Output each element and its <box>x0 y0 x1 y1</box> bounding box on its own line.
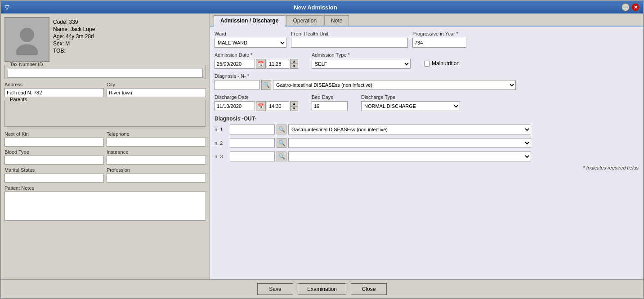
discharge-date-input[interactable] <box>215 101 255 111</box>
discharge-type-label: Discharge Type <box>361 94 460 100</box>
tab-operation[interactable]: Operation <box>286 15 323 26</box>
tab-note[interactable]: Note <box>324 15 349 26</box>
avatar-icon <box>11 24 43 55</box>
discharge-type-select[interactable]: NORMAL DISCHARGE <box>361 101 460 111</box>
main-content: Code: 339 Name: Jack Lupe Age: 44y 3m 28… <box>1 13 643 279</box>
admission-type-select[interactable]: SELF <box>312 59 411 69</box>
bed-days-input[interactable] <box>312 101 348 111</box>
bed-days-label: Bed Days <box>312 94 348 100</box>
patient-notes-label: Patient Notes <box>4 185 206 191</box>
discharge-time-input[interactable] <box>267 101 289 111</box>
patient-code: Code: 339 <box>53 19 95 25</box>
tax-id-group: Tax Number ID <box>4 65 206 79</box>
health-unit-input[interactable] <box>291 38 408 48</box>
diagnosis-in-label: Diagnosis -IN- * <box>215 73 639 79</box>
admission-time-spinner: ▲ ▼ <box>290 59 298 69</box>
profession-col: Profession <box>107 167 206 183</box>
expand-icon[interactable]: ▽ <box>4 4 9 11</box>
discharge-type-group: Discharge Type NORMAL DISCHARGE <box>361 94 460 111</box>
next-of-kin-input[interactable] <box>4 138 104 147</box>
admission-date-label: Admission Date * <box>215 52 298 58</box>
diag-out-2-num: n. 2 <box>215 140 228 146</box>
health-unit-label: From Health Unit <box>291 31 408 36</box>
insurance-input[interactable] <box>107 156 206 165</box>
profession-input[interactable] <box>107 174 206 183</box>
marital-profession-row: Marital Status Profession <box>4 167 206 183</box>
parents-group: Parents <box>4 100 206 127</box>
marital-status-col: Marital Status <box>4 167 104 183</box>
time-down-btn[interactable]: ▼ <box>290 64 298 69</box>
progressive-input[interactable] <box>412 38 466 48</box>
diag-out-1-select[interactable]: Gastro-intestinal DISEASEss (non infecti… <box>288 125 531 134</box>
diagnosis-in-group: Diagnosis -IN- * 🔍 Gastro-intestinal DIS… <box>215 73 639 90</box>
diag-out-3-search[interactable]: 🔍 <box>277 152 286 161</box>
patient-age: Age: 44y 3m 28d <box>53 33 95 40</box>
diagnosis-in-row: 🔍 Gastro-intestinal DISEASEss (non infec… <box>215 80 639 90</box>
progressive-label: Progressive in Year * <box>412 31 466 36</box>
blood-type-label: Blood Type <box>4 149 104 155</box>
insurance-label: Insurance <box>107 149 206 155</box>
tax-id-input[interactable] <box>8 69 203 78</box>
diag-out-2-select[interactable] <box>288 138 531 148</box>
patient-info-row: Code: 339 Name: Jack Lupe Age: 44y 3m 28… <box>4 17 206 62</box>
patient-notes-textarea[interactable] <box>4 192 206 221</box>
blood-type-input[interactable] <box>4 156 104 165</box>
tax-id-label: Tax Number ID <box>9 62 44 67</box>
admission-date-calendar[interactable]: 📅 <box>256 59 266 69</box>
blood-type-col: Blood Type <box>4 149 104 165</box>
tab-admission-discharge[interactable]: Admission / Discharge <box>214 15 285 27</box>
malnutrition-group: Malnutrition <box>424 60 460 67</box>
patient-details: Code: 339 Name: Jack Lupe Age: 44y 3m 28… <box>53 17 95 54</box>
city-col: City River town <box>107 82 206 97</box>
malnutrition-checkbox[interactable] <box>424 61 430 67</box>
required-note: * Indicates required fields <box>215 165 639 170</box>
time-up-btn[interactable]: ▲ <box>290 59 298 64</box>
diag-out-1-code[interactable] <box>230 125 275 134</box>
diag-out-2-row: n. 2 🔍 <box>215 138 639 148</box>
diag-out-1-search[interactable]: 🔍 <box>277 125 286 134</box>
titlebar: ▽ New Admission — ✕ <box>1 1 643 13</box>
examination-button[interactable]: Examination <box>298 283 346 295</box>
diag-out-2-code[interactable] <box>230 138 275 148</box>
insurance-col: Insurance <box>107 149 206 165</box>
ward-label: Ward <box>215 31 286 36</box>
diag-out-1-num: n. 1 <box>215 127 228 132</box>
discharge-date-calendar[interactable]: 📅 <box>256 101 266 111</box>
patient-notes-group: Patient Notes <box>4 185 206 222</box>
discharge-time-down[interactable]: ▼ <box>290 106 298 111</box>
svg-point-0 <box>20 28 34 42</box>
admission-date-section: Admission Date * 📅 ▲ ▼ Admission <box>215 52 639 69</box>
admission-date-input[interactable] <box>215 59 255 69</box>
diagnosis-in-select[interactable]: Gastro-intestinal DISEASEss (non infecti… <box>273 80 516 90</box>
close-button-bottom[interactable]: Close <box>351 283 387 295</box>
minimize-button[interactable]: — <box>622 3 630 11</box>
marital-status-input[interactable] <box>4 174 104 183</box>
health-unit-group: From Health Unit <box>291 31 408 48</box>
diagnosis-in-code[interactable] <box>215 80 259 90</box>
discharge-time-up[interactable]: ▲ <box>290 101 298 106</box>
diagnosis-out-section: Diagnosis -OUT- n. 1 🔍 Gastro-intestinal… <box>215 116 639 170</box>
kin-tel-row: Next of Kin Telephone <box>4 131 206 147</box>
malnutrition-label: Malnutrition <box>432 60 460 67</box>
save-button[interactable]: Save <box>257 283 293 295</box>
ward-select[interactable]: MALE WARD <box>215 38 286 48</box>
diag-out-3-code[interactable] <box>230 152 275 161</box>
diagnosis-in-search-btn[interactable]: 🔍 <box>261 80 271 90</box>
telephone-input[interactable] <box>107 138 206 147</box>
tab-content: Ward MALE WARD From Health Unit Progress… <box>210 27 643 279</box>
window-title: New Admission <box>9 4 622 11</box>
bed-days-group: Bed Days <box>312 94 348 111</box>
ward-section: Ward MALE WARD From Health Unit Progress… <box>215 31 639 48</box>
address-input[interactable]: Fall road N. 782 <box>4 88 104 97</box>
diag-out-3-select[interactable] <box>288 152 531 161</box>
admission-time-input[interactable] <box>267 59 289 69</box>
diag-out-2-search[interactable]: 🔍 <box>277 138 286 148</box>
discharge-date-group: Discharge Date 📅 ▲ ▼ <box>215 94 298 111</box>
blood-insurance-row: Blood Type Insurance <box>4 149 206 165</box>
city-input[interactable]: River town <box>107 88 206 97</box>
address-label: Address <box>4 82 104 87</box>
address-col: Address Fall road N. 782 <box>4 82 104 97</box>
close-button[interactable]: ✕ <box>631 3 640 11</box>
titlebar-controls: — ✕ <box>622 3 640 11</box>
admission-date-group: Admission Date * 📅 ▲ ▼ <box>215 52 298 69</box>
